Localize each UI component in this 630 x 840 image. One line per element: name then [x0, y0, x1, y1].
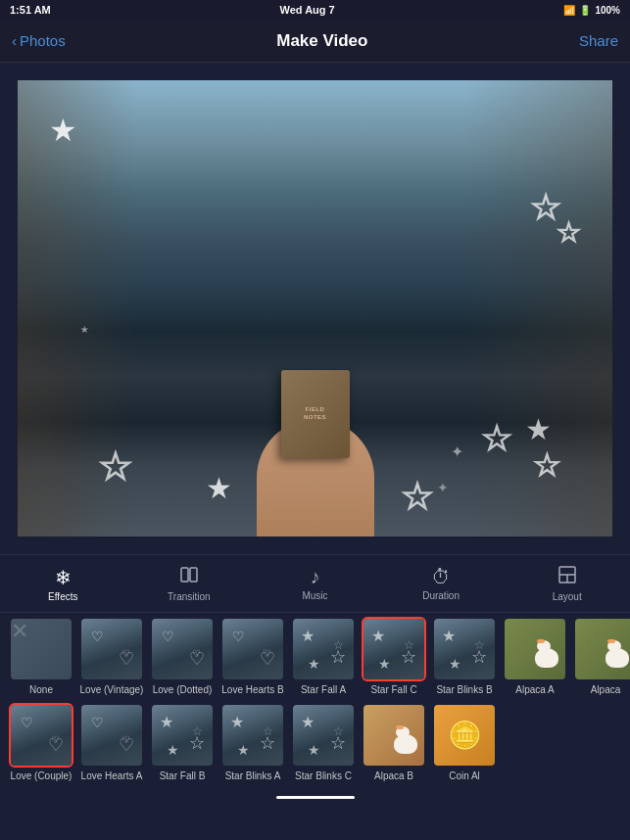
toolbar-transition[interactable]: Transition [126, 557, 253, 610]
effects-row-2: ♡ ♡ ♡ Love (Couple) ♡ ♡ ♡ Love Hearts A [0, 699, 630, 785]
effect-label-alpaca-a: Alpaca A [515, 684, 554, 695]
border-star-l6: ★ [4, 298, 13, 308]
effect-item-love-hearts-a[interactable]: ♡ ♡ ♡ Love Hearts A [79, 703, 144, 781]
svg-rect-1 [190, 568, 197, 582]
photo-preview: FIELDNOTES [18, 80, 612, 537]
effects-label: Effects [48, 591, 77, 602]
toolbar-duration[interactable]: ⏱ Duration [378, 558, 505, 609]
border-star-r3: ☆ [617, 180, 626, 191]
duration-icon: ⏱ [431, 566, 451, 588]
border-star-t1: ★ [39, 68, 48, 78]
status-time: 1:51 AM [10, 4, 51, 16]
chevron-left-icon: ‹ [12, 32, 17, 49]
border-star-r8: ★ [617, 376, 626, 387]
back-button[interactable]: ‹ Photos [12, 32, 66, 49]
effect-label-star-blinks-b: Star Blinks B [436, 684, 492, 695]
border-star-r2: ★ [617, 141, 626, 152]
border-star-r10: ★ [617, 454, 626, 465]
border-star-b12: ☆ [470, 538, 479, 549]
effect-item-star-fall-a[interactable]: ★ ☆ ★ ☆ Star Fall A [291, 617, 356, 695]
video-canvas: FIELDNOTES ★ ☆ ☆ ⋆ ☆ ★ ☆ ☆ ★ ☆ ✦ ✦ ★ ☆ ★… [0, 63, 630, 554]
toolbar-music[interactable]: ♪ Music [252, 558, 378, 609]
effect-item-star-fall-b[interactable]: ★ ☆ ★ ☆ Star Fall B [150, 703, 215, 781]
battery-icon: 🔋 [579, 5, 591, 16]
effect-label-love-vintage: Love (Vintage) [80, 684, 144, 695]
effect-label-star-blinks-c: Star Blinks C [295, 770, 352, 781]
effect-item-star-blinks-a[interactable]: ★ ☆ ★ ☆ Star Blinks A [220, 703, 285, 781]
music-label: Music [302, 590, 327, 601]
border-star-l4: ★ [4, 219, 13, 230]
effect-item-alpaca-a[interactable]: Alpaca A [503, 617, 567, 695]
effect-label-none: None [29, 684, 53, 695]
border-star-l9: ☆ [4, 415, 13, 426]
effect-label-love-dotted: Love (Dotted) [153, 684, 213, 695]
border-star-b10: ☆ [392, 538, 401, 549]
effect-label-star-fall-b: Star Fall B [160, 770, 206, 781]
border-star-t4: ☆ [157, 68, 166, 78]
border-star-t7: ★ [274, 68, 283, 78]
border-star-l3: ☆ [4, 180, 13, 191]
battery-percent: 100% [595, 5, 620, 16]
border-star-r7: ☆ [617, 337, 626, 348]
transition-label: Transition [168, 591, 211, 602]
border-star-t6: ☆ [235, 68, 244, 78]
effects-panel: ✕ None ♡ ♡ ♡ Love (Vintage) [0, 613, 630, 840]
border-star-l10: ★ [4, 454, 13, 465]
effect-item-love-dotted[interactable]: ♡ ♡ ♡ Love (Dotted) [150, 617, 215, 695]
toolbar-effects[interactable]: ❄ Effects [0, 558, 126, 610]
effect-item-coin-al[interactable]: 🪙 Coin Al [432, 703, 497, 781]
border-star-l8: ★ [4, 376, 13, 387]
border-star-r4: ★ [617, 219, 626, 230]
status-bar: 1:51 AM Wed Aug 7 📶 🔋 100% [0, 0, 630, 20]
border-star-b6: ☆ [235, 538, 244, 549]
status-icons: 📶 🔋 100% [563, 5, 620, 16]
wifi-icon: 📶 [563, 5, 575, 16]
border-star-t9: ★ [353, 68, 362, 78]
notebook-text: FIELDNOTES [304, 406, 326, 422]
border-star-r11: ☆ [617, 493, 626, 504]
share-button[interactable]: Share [579, 32, 618, 49]
border-star-r1: ☆ [617, 102, 626, 113]
effect-item-love-couple[interactable]: ♡ ♡ ♡ Love (Couple) [9, 703, 73, 781]
border-star-l1: ☆ [4, 102, 13, 113]
effect-label-alpaca: Alpaca [591, 684, 621, 695]
back-label: Photos [20, 32, 66, 49]
border-star-b8: ☆ [314, 538, 322, 549]
border-star-r12: ★ [617, 533, 626, 543]
border-star-b9: ★ [353, 538, 362, 549]
border-star-t11: ★ [431, 68, 440, 78]
nav-bar: ‹ Photos Make Video Share [0, 20, 630, 63]
border-star-r9: ☆ [617, 415, 626, 426]
border-star-b7: ★ [274, 538, 283, 549]
toolbar-layout[interactable]: Layout [504, 557, 630, 610]
effect-item-star-fall-c[interactable]: ★ ☆ ★ ☆ Star Fall C [362, 617, 426, 695]
effect-item-none[interactable]: ✕ None [9, 617, 73, 695]
effect-item-alpaca[interactable]: Alpaca [573, 617, 630, 695]
border-star-b5: ★ [196, 538, 205, 549]
border-star-r6: ★ [617, 298, 626, 308]
effect-item-love-hearts-b[interactable]: ♡ ♡ ♡ Love Hearts B [220, 617, 285, 695]
border-star-b13: ★ [509, 538, 518, 549]
border-star-b4: ☆ [157, 538, 166, 549]
scroll-indicator [276, 796, 355, 799]
border-star-b3: ★ [118, 538, 126, 549]
effect-label-coin-al: Coin Al [449, 770, 480, 781]
status-date: Wed Aug 7 [279, 4, 334, 16]
effect-item-alpaca-b[interactable]: Alpaca B [362, 703, 426, 781]
effect-item-love-vintage[interactable]: ♡ ♡ ♡ Love (Vintage) [79, 617, 144, 695]
layout-label: Layout [553, 591, 582, 602]
effect-label-love-couple: Love (Couple) [11, 770, 73, 781]
border-star-t15: ★ [588, 68, 597, 78]
effect-item-star-blinks-b[interactable]: ★ ☆ ★ ☆ Star Blinks B [432, 617, 497, 695]
border-star-t13: ★ [509, 68, 518, 78]
border-star-t14: ☆ [549, 68, 557, 78]
notebook: FIELDNOTES [281, 370, 350, 458]
svg-rect-0 [181, 568, 188, 582]
border-star-r5: ☆ [617, 258, 626, 269]
border-star-l11: ☆ [4, 493, 13, 504]
border-star-l5: ☆ [4, 258, 13, 269]
effect-item-star-blinks-c[interactable]: ★ ☆ ★ ☆ Star Blinks C [291, 703, 356, 781]
border-star-l2: ★ [4, 141, 13, 152]
border-star-b1: ★ [39, 538, 48, 549]
toolbar: ❄ Effects Transition ♪ Music ⏱ Duration … [0, 554, 630, 613]
